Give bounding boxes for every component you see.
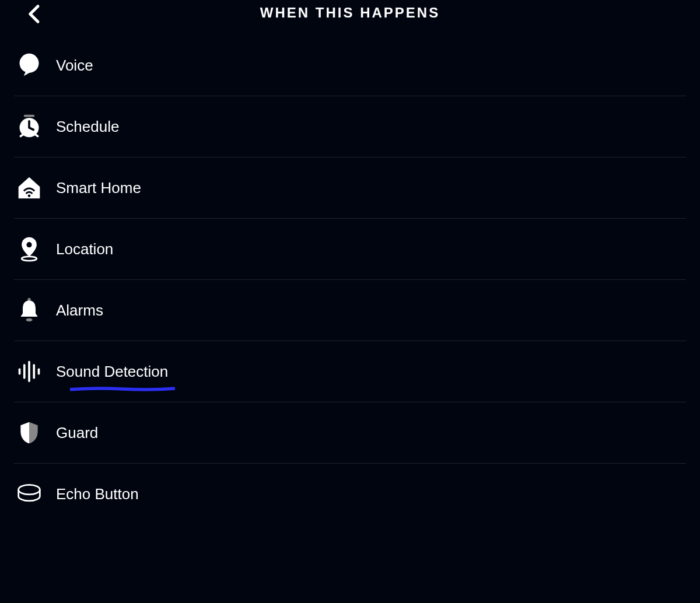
list-item-voice[interactable]: Voice — [14, 35, 686, 96]
list-item-schedule[interactable]: Schedule — [14, 96, 686, 157]
list-item-label: Voice — [56, 57, 93, 75]
list-item-location[interactable]: Location — [14, 219, 686, 280]
home-wifi-icon — [14, 175, 56, 201]
shield-icon — [14, 420, 56, 446]
svg-rect-8 — [19, 369, 21, 375]
svg-point-5 — [22, 257, 37, 261]
svg-point-13 — [19, 485, 40, 495]
svg-rect-12 — [38, 369, 40, 375]
trigger-list: Voice Schedule Smart Home — [0, 35, 700, 524]
echo-button-icon — [14, 481, 56, 507]
svg-point-0 — [20, 54, 39, 73]
speech-bubble-icon — [14, 52, 56, 78]
svg-rect-1 — [24, 115, 34, 117]
chevron-left-icon — [23, 2, 47, 26]
back-button[interactable] — [23, 2, 47, 26]
list-item-label: Alarms — [56, 302, 103, 320]
list-item-label: Schedule — [56, 118, 119, 136]
svg-point-3 — [28, 194, 31, 197]
list-item-sound-detection[interactable]: Sound Detection — [14, 341, 686, 402]
svg-rect-10 — [28, 361, 30, 383]
svg-point-4 — [26, 242, 32, 247]
svg-rect-11 — [33, 364, 35, 379]
list-item-label: Guard — [56, 424, 98, 442]
list-item-smart-home[interactable]: Smart Home — [14, 157, 686, 219]
sound-wave-icon — [14, 359, 56, 384]
annotation-underline — [70, 387, 175, 391]
header: WHEN THIS HAPPENS — [0, 0, 700, 35]
list-item-label: Echo Button — [56, 485, 139, 503]
list-item-guard[interactable]: Guard — [14, 402, 686, 464]
svg-rect-9 — [23, 364, 26, 379]
page-title: WHEN THIS HAPPENS — [14, 5, 686, 21]
clock-icon — [14, 114, 56, 139]
list-item-label: Smart Home — [56, 179, 141, 197]
bell-icon — [14, 297, 56, 323]
location-pin-icon — [14, 236, 56, 262]
list-item-alarms[interactable]: Alarms — [14, 280, 686, 341]
svg-point-7 — [26, 318, 33, 322]
list-item-label: Location — [56, 240, 113, 258]
list-item-echo-button[interactable]: Echo Button — [14, 464, 686, 524]
list-item-label: Sound Detection — [56, 363, 168, 381]
